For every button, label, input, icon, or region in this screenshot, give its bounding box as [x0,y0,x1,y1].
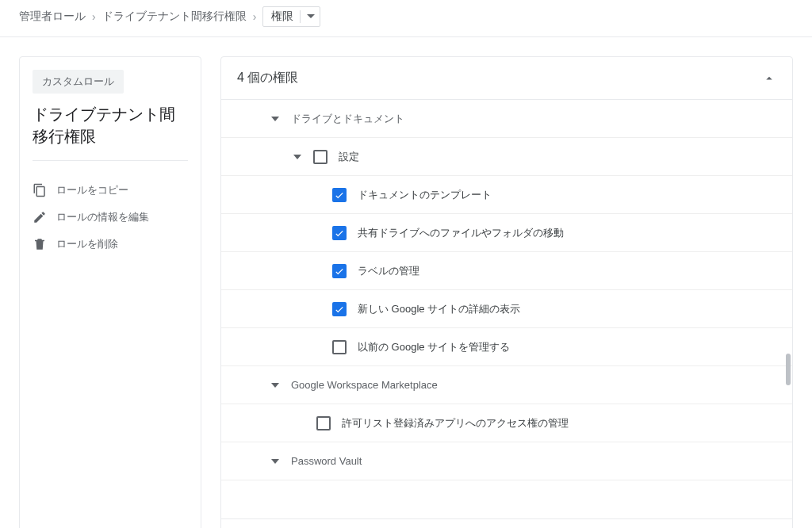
role-title: ドライブテナント間移行権限 [33,103,188,161]
checkbox-unchecked[interactable] [313,150,327,164]
expand-toggle[interactable] [266,109,285,128]
group-drive-and-docs[interactable]: ドライブとドキュメント [221,100,792,138]
perm-allowlist-apps[interactable]: 許可リスト登録済みアプリへのアクセス権の管理 [221,404,792,442]
group-label: Google Workspace Marketplace [291,379,438,391]
checkbox-checked[interactable] [332,188,347,202]
expand-toggle[interactable] [266,452,285,471]
chevron-down-icon [307,13,315,21]
checkbox-checked[interactable] [332,302,347,316]
copy-role-button[interactable]: ロールをコピー [33,177,188,204]
expand-toggle[interactable] [266,376,285,395]
checkbox-unchecked[interactable] [332,340,347,354]
panel-footer: キャンセル 保存 [221,518,792,528]
perm-new-sites-detail[interactable]: 新しい Google サイトの詳細の表示 [221,290,792,328]
breadcrumb-tab-dropdown[interactable]: 権限 [262,6,320,27]
perm-label: 以前の Google サイトを管理する [358,340,510,354]
chevron-up-icon [762,71,776,86]
expand-toggle[interactable] [288,147,307,166]
group-label: Password Vault [291,455,362,467]
perm-label: ドキュメントのテンプレート [358,188,492,202]
perm-old-sites-manage[interactable]: 以前の Google サイトを管理する [221,328,792,366]
perm-label: 許可リスト登録済みアプリへのアクセス権の管理 [342,416,569,430]
delete-role-button[interactable]: ロールを削除 [33,231,188,258]
breadcrumb-separator: › [253,10,257,23]
trash-icon [33,237,47,251]
panel-title: 4 個の権限 [237,70,298,86]
permissions-panel: 4 個の権限 ドライブとドキュメント 設定 ドキュメントのテンプレート 共有ドラ… [220,56,793,528]
tree-row-empty [221,480,792,518]
breadcrumb-separator: › [92,10,96,23]
group-label: ドライブとドキュメント [291,112,404,126]
edit-role-label: ロールの情報を編集 [56,210,149,224]
perm-label: ラベルの管理 [358,264,419,278]
breadcrumb-admin-roles[interactable]: 管理者ロール [19,10,86,24]
perm-label: 新しい Google サイトの詳細の表示 [358,302,520,316]
copy-role-label: ロールをコピー [56,183,128,197]
group-password-vault[interactable]: Password Vault [221,442,792,480]
edit-role-button[interactable]: ロールの情報を編集 [33,204,188,231]
breadcrumb-dropdown-label: 権限 [271,10,293,24]
checkbox-checked[interactable] [332,226,347,240]
breadcrumb: 管理者ロール › ドライブテナント間移行権限 › 権限 [0,0,812,33]
delete-role-label: ロールを削除 [56,237,118,251]
breadcrumb-role-name[interactable]: ドライブテナント間移行権限 [102,10,247,24]
checkbox-checked[interactable] [332,264,347,278]
group-marketplace[interactable]: Google Workspace Marketplace [221,366,792,404]
group-settings[interactable]: 設定 [221,138,792,176]
panel-header[interactable]: 4 個の権限 [221,57,792,100]
group-label: 設定 [339,150,359,164]
role-side-card: カスタムロール ドライブテナント間移行権限 ロールをコピー ロールの情報を編集 … [19,56,201,528]
copy-icon [33,183,47,197]
scrollbar-thumb[interactable] [786,354,791,385]
perm-label-management[interactable]: ラベルの管理 [221,252,792,290]
checkbox-unchecked[interactable] [316,416,331,430]
pencil-icon [33,210,47,224]
role-type-badge: カスタムロール [33,70,124,94]
permissions-tree[interactable]: ドライブとドキュメント 設定 ドキュメントのテンプレート 共有ドライブへのファイ… [221,100,792,518]
perm-doc-templates[interactable]: ドキュメントのテンプレート [221,176,792,214]
perm-shared-drive-move[interactable]: 共有ドライブへのファイルやフォルダの移動 [221,214,792,252]
perm-label: 共有ドライブへのファイルやフォルダの移動 [358,226,564,240]
